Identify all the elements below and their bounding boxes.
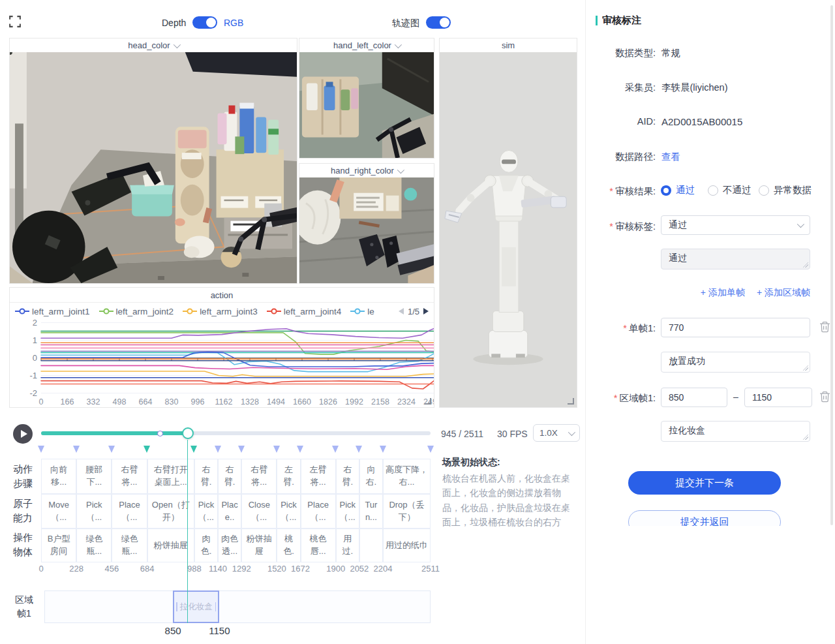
atomic-ability-cell: Pick（...: [194, 494, 218, 529]
legend-item[interactable]: le: [350, 307, 374, 316]
timeline-marker[interactable]: [273, 446, 280, 453]
legend-item[interactable]: left_arm_joint2: [99, 307, 174, 316]
action-step-cell: 右臂将...: [241, 459, 277, 494]
region-end-input[interactable]: 1150: [744, 388, 812, 407]
segment-left-handle[interactable]: [176, 602, 177, 611]
collector-value: 李轶晨(liyichen): [661, 82, 728, 94]
segment-right-handle[interactable]: [215, 602, 217, 611]
data-type-label: 数据类型:: [585, 47, 656, 59]
hand-right-camera-title[interactable]: hand_right_color: [299, 164, 434, 178]
hand-left-camera-title[interactable]: hand_left_color: [299, 38, 434, 53]
frame-axis-tick: 1140: [209, 564, 227, 574]
head-camera-scene: [10, 52, 297, 283]
atomic-ability-cell: Close（...: [241, 494, 277, 529]
object-cell: 桃色.: [277, 529, 300, 562]
legend-label: left_arm_joint2: [116, 307, 174, 316]
add-region-frame-link[interactable]: + 添加区域帧: [757, 287, 810, 299]
chart-x-tick-label: 166: [61, 397, 74, 406]
frame-axis: 0228456684988114012921520167219002052220…: [0, 564, 585, 574]
legend-label: left_arm_joint3: [200, 307, 258, 316]
action-chart-title-label: action: [211, 290, 234, 300]
timeline-marker[interactable]: [190, 446, 197, 453]
sim-viewport[interactable]: [440, 52, 577, 407]
data-path-view-link[interactable]: 查看: [661, 151, 680, 163]
head-camera-title[interactable]: head_color: [10, 38, 297, 53]
delete-region-frame-icon[interactable]: [819, 391, 830, 403]
hand-left-camera-image: [299, 52, 434, 158]
single-frame-dot-marker[interactable]: [157, 431, 163, 437]
radio-pass[interactable]: 通过: [661, 184, 695, 196]
legend-item[interactable]: left_arm_joint4: [267, 307, 342, 316]
single-frame-desc[interactable]: 放置成功: [661, 352, 810, 373]
hand-left-camera-title-label: hand_left_color: [333, 40, 391, 50]
submit-return-button[interactable]: 提交并返回: [628, 510, 781, 526]
chart-x-tick-label: 0: [39, 397, 44, 406]
speed-select[interactable]: 1.0X: [533, 424, 580, 442]
range-separator: –: [733, 391, 738, 402]
chart-plot-area[interactable]: 210-1-2: [10, 319, 434, 398]
frame-axis-tick: 988: [187, 564, 202, 574]
region-track-bar[interactable]: [44, 590, 431, 623]
radio-fail[interactable]: 不通过: [708, 184, 752, 196]
play-button[interactable]: [13, 424, 33, 444]
chart-y-tick-label: 0: [10, 353, 37, 363]
chevron-down-icon: [568, 428, 575, 435]
playhead-knob[interactable]: [182, 427, 194, 439]
scrollbar-thumb[interactable]: [830, 5, 833, 525]
sim-title: sim: [440, 38, 577, 53]
frame-axis-tick: 1900: [326, 564, 345, 574]
timeline-marker[interactable]: [215, 446, 221, 453]
add-frame-links: + 添加单帧 + 添加区域帧: [661, 287, 810, 299]
object-cell: 绿色瓶...: [76, 529, 112, 562]
chart-x-tick-label: 1162: [215, 397, 233, 406]
add-single-frame-link[interactable]: + 添加单帧: [701, 287, 745, 299]
timeline-marker[interactable]: [332, 446, 339, 453]
legend-prev-icon[interactable]: [399, 308, 404, 314]
action-step-cell: 高度下降，右...: [383, 459, 431, 494]
radio-abnormal[interactable]: 异常数据: [759, 184, 812, 196]
resize-handle-icon[interactable]: [568, 398, 574, 405]
timeline-marker[interactable]: [427, 446, 434, 453]
legend-item[interactable]: left_arm_joint3: [183, 307, 258, 316]
fps-label: 30 FPS: [497, 429, 528, 439]
atomic-ability-cell: Pick（...: [336, 494, 359, 529]
head-camera-title-label: head_color: [128, 40, 170, 50]
timeline-marker[interactable]: [297, 446, 303, 453]
legend-label: left_arm_joint1: [32, 307, 90, 316]
timeline-marker[interactable]: [356, 446, 362, 453]
playhead-line: [187, 440, 189, 623]
data-path-label: 数据路径:: [585, 151, 656, 163]
resize-handle-icon[interactable]: [425, 398, 431, 405]
region-frame-desc[interactable]: 拉化妆盒: [661, 421, 810, 442]
radio-pass-label: 通过: [676, 184, 695, 196]
chart-canvas: [10, 319, 434, 398]
chart-x-tick-label: 498: [113, 397, 127, 406]
depth-rgb-toggle[interactable]: [192, 16, 217, 29]
timeline-marker[interactable]: [380, 446, 386, 453]
region-segment[interactable]: 拉化妆盒: [173, 590, 219, 623]
review-tag-select[interactable]: 通过: [661, 215, 810, 235]
object-cell: B户型房间: [41, 529, 76, 562]
timeline-marker[interactable]: [73, 446, 80, 453]
review-tag-note[interactable]: 通过: [661, 249, 810, 269]
required-asterisk: *: [609, 221, 613, 232]
chart-legend: left_arm_joint1left_arm_joint2left_arm_j…: [10, 303, 434, 320]
single-frame-input[interactable]: 770: [661, 318, 810, 337]
timeline-marker[interactable]: [144, 446, 150, 453]
hand-left-camera-scene: [299, 52, 434, 158]
timeline-marker[interactable]: [238, 446, 245, 453]
hand-left-camera-panel: hand_left_color: [299, 38, 434, 159]
object-cell: [359, 529, 383, 562]
submit-next-button[interactable]: 提交并下一条: [628, 471, 781, 495]
legend-next-icon[interactable]: [423, 308, 429, 314]
timeline-marker[interactable]: [38, 446, 44, 453]
fullscreen-icon[interactable]: [9, 16, 21, 27]
legend-item[interactable]: left_arm_joint1: [15, 307, 90, 316]
trajectory-toggle[interactable]: [426, 16, 451, 29]
atomic-ability-cell: Drop（丢下）: [383, 494, 431, 529]
delete-single-frame-icon[interactable]: [819, 321, 830, 333]
action-step-cell: 向前移...: [41, 459, 76, 494]
legend-marker-icon: [99, 308, 114, 314]
timeline-marker[interactable]: [108, 446, 115, 453]
region-start-input[interactable]: 850: [661, 388, 727, 407]
